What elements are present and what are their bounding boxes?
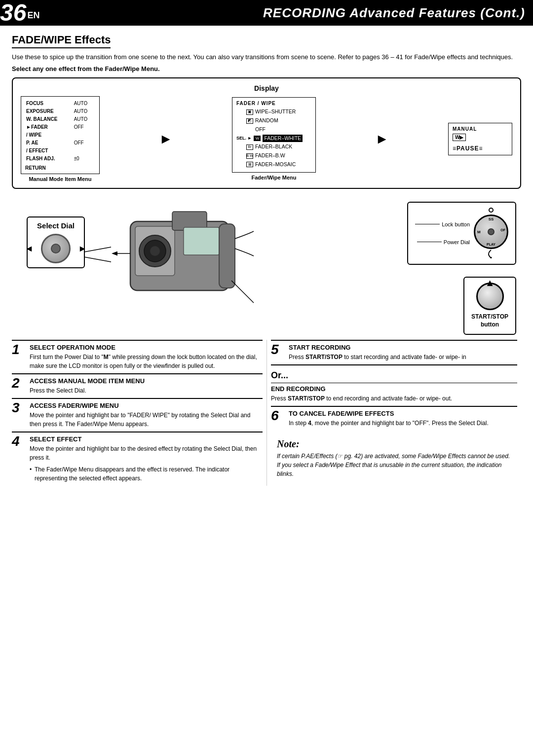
menu-item-value: OFF <box>73 139 95 147</box>
menu-item-value: AUTO <box>73 115 95 123</box>
manual-box-container: MANUAL W▶ ≡PAUSE≡ <box>448 123 512 155</box>
manual-box: MANUAL W▶ ≡PAUSE≡ <box>448 123 512 155</box>
icon-br: Br <box>246 144 253 150</box>
svg-rect-12 <box>219 224 235 288</box>
fader-menu-title: FADER / WIPE <box>236 101 311 106</box>
power-dial-box: Lock button Power Dial SS M OF <box>407 202 516 265</box>
step-right-column: 5 START RECORDING Press START/STOP to st… <box>266 340 521 486</box>
manual-mode-menu-label: Manual Mode Item Menu <box>21 176 100 182</box>
menu-item-label: P. AE <box>25 139 73 147</box>
icon-x: ⊠ <box>246 162 253 167</box>
menu-item-label: EXPOSURE <box>25 108 73 115</box>
menu-item-value: OFF <box>73 123 95 131</box>
arrow-right-2: ► <box>375 131 389 147</box>
note-title: Note: <box>277 438 511 450</box>
menu-item-label: / EFFECT <box>25 147 73 155</box>
fader-item-label: RANDOM <box>255 117 278 125</box>
note-text: If certain P.AE/Effects (☞ pg. 42) are a… <box>277 452 511 478</box>
step-3: 3 ACCESS FADER/WIPE MENU Move the pointe… <box>12 398 263 432</box>
step-2-body: Press the Select Dial. <box>30 386 263 395</box>
icon-w: W <box>254 136 261 141</box>
display-box: Display FOCUS AUTO EXPOSURE AUTO <box>12 77 521 189</box>
end-recording-section: END RECORDING Press START/STOP to end re… <box>271 383 517 403</box>
start-stop-label: START/STOPbutton <box>471 313 508 328</box>
camera-body <box>101 197 268 335</box>
select-dial-box: Select Dial ◄ ► <box>27 216 85 268</box>
or-label: Or... <box>271 370 517 381</box>
table-row: / WIPE <box>25 131 95 139</box>
sel-label: SEL. ► <box>236 135 252 142</box>
step-4: 4 SELECT EFFECT Move the pointer and hig… <box>12 432 263 486</box>
start-stop-box: ▲ START/STOPbutton <box>463 277 516 334</box>
or-section: Or... END RECORDING Press START/STOP to … <box>271 364 517 406</box>
icon-r: ◩ <box>246 118 253 124</box>
dial-circle <box>41 234 71 263</box>
arrow-right-1: ► <box>159 131 173 147</box>
wu-box: W▶ <box>453 134 466 141</box>
step-1-num: 1 <box>12 343 28 357</box>
section-title: FADE/WIPE Effects <box>12 34 111 48</box>
step-1-body: First turn the Power Dial to "M" while p… <box>30 353 263 370</box>
menu-item-label: FOCUS <box>25 100 73 108</box>
fader-menu-label: Fader/Wipe Menu <box>232 175 316 180</box>
pause-label: ≡PAUSE≡ <box>453 145 508 152</box>
camera-illustration: Select Dial ◄ ► <box>12 197 521 335</box>
menu-item-value <box>73 147 95 155</box>
step-4-title: SELECT EFFECT <box>30 435 263 443</box>
page-lang: EN <box>27 10 39 24</box>
power-dial-circle: SS M OF PLAY <box>474 215 508 249</box>
step-5: 5 START RECORDING Press START/STOP to st… <box>271 340 517 364</box>
table-row: P. AE OFF <box>25 139 95 147</box>
fader-wipe-menu-box: FADER / WIPE ▣ WIPE–SHUTTER ◩ RANDOM <box>232 97 316 172</box>
menu-item-label: FLASH ADJ. <box>25 155 73 163</box>
step-2-num: 2 <box>12 376 28 390</box>
select-dial-label: Select Dial <box>34 221 78 230</box>
table-row: FLASH ADJ. ±0 <box>25 155 95 163</box>
display-label: Display <box>21 84 512 92</box>
lock-button-label: Lock button <box>442 221 470 227</box>
svg-point-6 <box>150 246 160 256</box>
step-3-num: 3 <box>12 401 28 415</box>
icon-bw: B.W <box>246 153 253 159</box>
step-5-num: 5 <box>271 343 287 357</box>
step-4-bullet: The Fader/Wipe Menu disappears and the e… <box>30 465 263 483</box>
return-label: RETURN <box>25 165 95 171</box>
table-row: W. BALANCE AUTO <box>25 115 95 123</box>
fader-row-wipe-shutter: ▣ WIPE–SHUTTER <box>236 108 311 116</box>
step-6-num: 6 <box>271 409 287 423</box>
step-2: 2 ACCESS MANUAL MODE ITEM MENU Press the… <box>12 373 263 398</box>
camera-area: Select Dial ◄ ► <box>12 197 521 335</box>
step-6-title: TO CANCEL FADE/WIPE EFFECTS <box>289 410 517 417</box>
table-row: EXPOSURE AUTO <box>25 108 95 115</box>
step-5-content: START RECORDING Press START/STOP to star… <box>289 344 517 361</box>
icon-p: ▣ <box>246 109 253 115</box>
menu-item-label: W. BALANCE <box>25 115 73 123</box>
menu-item-value: AUTO <box>73 108 95 115</box>
fader-item-label: FADER–MOSAIC <box>255 161 296 169</box>
page-number: 36 <box>0 1 26 25</box>
step-2-title: ACCESS MANUAL MODE ITEM MENU <box>30 377 263 385</box>
end-recording-title: END RECORDING <box>271 385 517 393</box>
manual-menu-table: FOCUS AUTO EXPOSURE AUTO W. BALANCE AUTO <box>25 100 95 163</box>
fader-item-label: FADER–B.W <box>255 152 285 160</box>
step-4-body: Move the pointer and highlight bar to th… <box>30 444 263 462</box>
step-1: 1 SELECT OPERATION MODE First turn the P… <box>12 340 263 373</box>
step-6-content: TO CANCEL FADE/WIPE EFFECTS In step 4, m… <box>289 410 517 428</box>
table-row: / EFFECT <box>25 147 95 155</box>
power-dial-visual: SS M OF PLAY <box>474 208 508 259</box>
start-stop-arrow-icon: ▲ <box>485 277 495 288</box>
step-3-title: ACCESS FADER/WIPE MENU <box>30 402 263 409</box>
step-6: 6 TO CANCEL FADE/WIPE EFFECTS In step 4,… <box>271 406 517 431</box>
fader-wipe-menu-container: FADER / WIPE ▣ WIPE–SHUTTER ◩ RANDOM <box>232 97 316 180</box>
steps-section: 1 SELECT OPERATION MODE First turn the P… <box>12 340 521 486</box>
step-3-body: Move the pointer and highlight bar to "F… <box>30 411 263 429</box>
step-1-title: SELECT OPERATION MODE <box>30 344 263 351</box>
step-4-content: SELECT EFFECT Move the pointer and highl… <box>30 435 263 483</box>
step-6-body: In step 4, move the pointer and highligh… <box>289 419 517 428</box>
fader-item-label: FADER–BLACK <box>255 143 292 151</box>
main-content: FADE/WIPE Effects Use these to spice up … <box>0 26 533 494</box>
fader-row-mosaic: ⊠ FADER–MOSAIC <box>236 160 311 169</box>
select-instruction: Select any one effect from the Fader/Wip… <box>12 65 521 72</box>
menu-item-label: / WIPE <box>25 131 73 139</box>
fader-row-white: SEL. ► W FADER–WHITE <box>236 134 311 143</box>
